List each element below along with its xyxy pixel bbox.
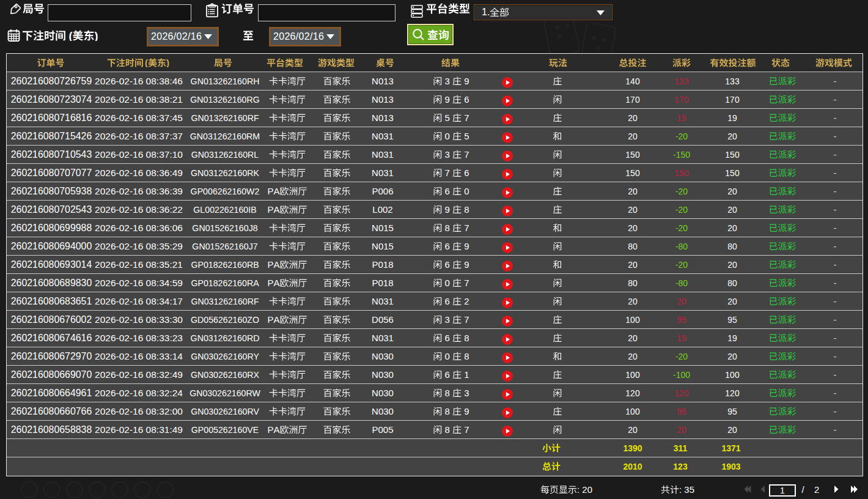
svg-text:8: 8 (444, 388, 449, 397)
svg-text:6: 6 (444, 260, 449, 269)
svg-text:9: 9 (464, 76, 469, 86)
svg-text:7: 7 (464, 315, 469, 324)
svg-text:0: 0 (444, 278, 449, 287)
svg-text:P: P (268, 425, 274, 434)
svg-text:6: 6 (464, 95, 469, 104)
svg-text:9: 9 (464, 407, 469, 416)
svg-text:2: 2 (464, 297, 469, 306)
svg-text:3: 3 (464, 388, 469, 397)
svg-text:A: A (274, 278, 280, 287)
svg-text:5: 5 (444, 113, 449, 122)
svg-text:6: 6 (444, 242, 449, 251)
svg-text:P: P (268, 205, 274, 214)
svg-text:A: A (274, 315, 280, 324)
svg-text:P: P (268, 278, 274, 287)
svg-text:P: P (268, 315, 274, 324)
svg-text:0: 0 (444, 352, 449, 361)
svg-text:8: 8 (444, 223, 449, 232)
svg-text:6: 6 (444, 187, 449, 196)
svg-text:A: A (274, 187, 280, 196)
svg-text:6: 6 (444, 297, 449, 306)
svg-text:8: 8 (464, 205, 469, 214)
svg-text:9: 9 (444, 95, 449, 104)
svg-text:8: 8 (464, 333, 469, 342)
svg-text:1: 1 (464, 370, 469, 379)
svg-text:3: 3 (444, 76, 449, 86)
svg-text:8: 8 (444, 425, 449, 434)
svg-text:7: 7 (464, 425, 469, 434)
svg-text:0: 0 (464, 187, 469, 196)
svg-text:A: A (274, 425, 280, 434)
svg-text:8: 8 (444, 407, 449, 416)
svg-text:3: 3 (444, 150, 449, 159)
svg-text:6: 6 (444, 333, 449, 342)
svg-text:5: 5 (464, 131, 469, 141)
svg-text:P: P (268, 187, 274, 196)
svg-text:(: ( (145, 58, 148, 67)
svg-text:(: ( (69, 30, 73, 41)
svg-text:9: 9 (464, 260, 469, 269)
svg-text:7: 7 (464, 223, 469, 232)
svg-text:A: A (274, 260, 280, 269)
svg-text:8: 8 (464, 352, 469, 361)
svg-text:6: 6 (444, 370, 449, 379)
svg-text:P: P (268, 260, 274, 269)
svg-text:9: 9 (444, 205, 449, 214)
svg-text:0: 0 (444, 131, 449, 141)
svg-text:7: 7 (444, 168, 449, 177)
svg-text:9: 9 (464, 242, 469, 251)
svg-text:A: A (274, 205, 280, 214)
svg-text:): ) (166, 58, 169, 67)
svg-text:7: 7 (464, 150, 469, 159)
svg-text:7: 7 (464, 278, 469, 287)
svg-text:3: 3 (444, 315, 449, 324)
svg-text:7: 7 (464, 113, 469, 122)
svg-text:6: 6 (464, 168, 469, 177)
svg-text:): ) (95, 30, 98, 41)
